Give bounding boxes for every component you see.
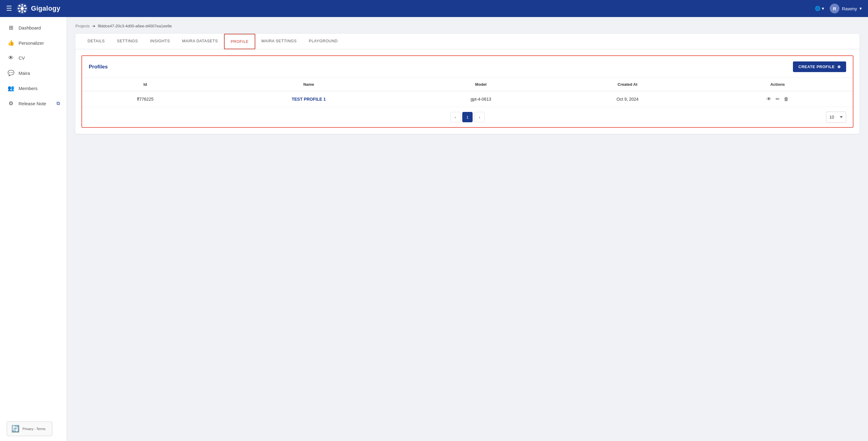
prev-page-button[interactable]: ‹: [450, 112, 460, 122]
sidebar-bottom: 🔄 Privacy - Terms: [0, 417, 67, 441]
col-id: Id: [82, 78, 209, 91]
cell-id: ff776225: [82, 91, 209, 107]
tab-bar: DETAILS SETTINGS INSIGHTS MAIRA DATASETS…: [75, 34, 860, 49]
release-note-icon: ⚙: [8, 100, 14, 107]
members-icon: 👥: [8, 85, 14, 92]
action-icons: 👁 ✏ 🗑: [709, 96, 846, 102]
sidebar-item-members[interactable]: 👥 Members: [0, 81, 67, 96]
per-page-select[interactable]: 10 25 50 100: [826, 112, 846, 123]
brand-name: Gigalogy: [31, 5, 60, 12]
recaptcha-box: 🔄 Privacy - Terms: [7, 421, 52, 436]
cell-created-at: Oct 9, 2024: [553, 91, 702, 107]
profile-name-link[interactable]: TEST PROFILE 1: [292, 97, 326, 101]
maira-icon: 💬: [8, 70, 14, 76]
recaptcha-logo-icon: 🔄: [11, 425, 20, 433]
cell-name: TEST PROFILE 1: [209, 91, 409, 107]
personalizer-icon: 👍: [8, 39, 14, 46]
sidebar: ⊞ Dashboard 👍 Personalizer 👁 CV 💬 Maira …: [0, 17, 67, 441]
create-profile-button[interactable]: CREATE PROFILE ⊕: [793, 61, 846, 72]
pagination-row: ‹ 1 › 10 25 50 100: [82, 107, 853, 127]
top-navigation: ☰ Gigalogy: [0, 0, 868, 17]
language-dropdown-arrow: ▾: [822, 6, 824, 11]
sidebar-label-cv: CV: [19, 55, 60, 61]
body-wrap: ⊞ Dashboard 👍 Personalizer 👁 CV 💬 Maira …: [0, 17, 868, 441]
profiles-table: Id Name Model Created At: [82, 78, 853, 107]
recaptcha-label: Privacy - Terms: [23, 427, 45, 431]
globe-icon: 🌐: [815, 6, 820, 11]
external-link-icon: ⧉: [57, 101, 60, 106]
profiles-title: Profiles: [89, 64, 107, 70]
col-name: Name: [209, 78, 409, 91]
sidebar-item-cv[interactable]: 👁 CV: [0, 51, 67, 65]
tab-maira-settings[interactable]: MAIRA SETTINGS: [255, 34, 303, 49]
nav-left: ☰ Gigalogy: [6, 3, 60, 14]
cell-actions: 👁 ✏ 🗑: [702, 91, 853, 107]
sidebar-item-release-note[interactable]: ⚙ Release Note ⧉: [0, 96, 67, 111]
sidebar-label-maira: Maira: [19, 70, 60, 76]
sidebar-item-personalizer[interactable]: 👍 Personalizer: [0, 35, 67, 51]
user-name: Rawmy: [842, 6, 857, 11]
tab-details[interactable]: DETAILS: [82, 34, 111, 49]
breadcrumb-current: f8ddce47-20c3-4d00-a6ee-d4007ea1ee9e: [98, 24, 172, 28]
breadcrumb-projects[interactable]: Projects: [75, 24, 90, 28]
language-button[interactable]: 🌐 ▾: [815, 6, 824, 11]
dashboard-icon: ⊞: [8, 24, 14, 31]
delete-icon[interactable]: 🗑: [784, 96, 789, 102]
sidebar-label-release-note: Release Note: [19, 101, 52, 106]
sidebar-label-dashboard: Dashboard: [19, 25, 60, 30]
col-model: Model: [409, 78, 553, 91]
col-actions: Actions: [702, 78, 853, 91]
tab-insights[interactable]: INSIGHTS: [144, 34, 176, 49]
cv-icon: 👁: [8, 55, 14, 61]
user-dropdown-arrow: ▾: [860, 6, 862, 11]
breadcrumb: Projects ➔ f8ddce47-20c3-4d00-a6ee-d4007…: [75, 24, 860, 28]
sidebar-item-maira[interactable]: 💬 Maira: [0, 65, 67, 81]
tab-maira-datasets[interactable]: MAIRA DATASETS: [176, 34, 224, 49]
profiles-header: Profiles CREATE PROFILE ⊕: [82, 56, 853, 78]
avatar: R: [830, 4, 839, 13]
tab-profile[interactable]: PROFILE: [224, 34, 255, 49]
main-content: Projects ➔ f8ddce47-20c3-4d00-a6ee-d4007…: [67, 17, 868, 441]
sidebar-label-members: Members: [19, 86, 60, 91]
col-created-at: Created At: [553, 78, 702, 91]
sidebar-item-dashboard[interactable]: ⊞ Dashboard: [0, 20, 67, 35]
user-menu-button[interactable]: R Rawmy ▾: [830, 4, 862, 13]
table-row: ff776225 TEST PROFILE 1 gpt-4-0613 Oct 9…: [82, 91, 853, 107]
next-page-button[interactable]: ›: [474, 112, 485, 122]
edit-icon[interactable]: ✏: [776, 96, 780, 102]
view-icon[interactable]: 👁: [767, 96, 771, 102]
sidebar-label-personalizer: Personalizer: [19, 40, 60, 46]
cell-model: gpt-4-0613: [409, 91, 553, 107]
tab-playground[interactable]: PLAYGROUND: [303, 34, 344, 49]
breadcrumb-arrow: ➔: [92, 24, 95, 28]
logo-area: Gigalogy: [17, 3, 60, 14]
tab-settings[interactable]: SETTINGS: [111, 34, 144, 49]
project-card: DETAILS SETTINGS INSIGHTS MAIRA DATASETS…: [75, 34, 860, 134]
page-1-button[interactable]: 1: [462, 112, 473, 122]
nav-right: 🌐 ▾ R Rawmy ▾: [815, 4, 862, 13]
svg-point-1: [21, 7, 24, 10]
profiles-section: Profiles CREATE PROFILE ⊕ Id Name: [82, 55, 854, 128]
hamburger-icon[interactable]: ☰: [6, 5, 12, 12]
logo-icon: [17, 3, 28, 14]
plus-icon: ⊕: [837, 64, 841, 69]
